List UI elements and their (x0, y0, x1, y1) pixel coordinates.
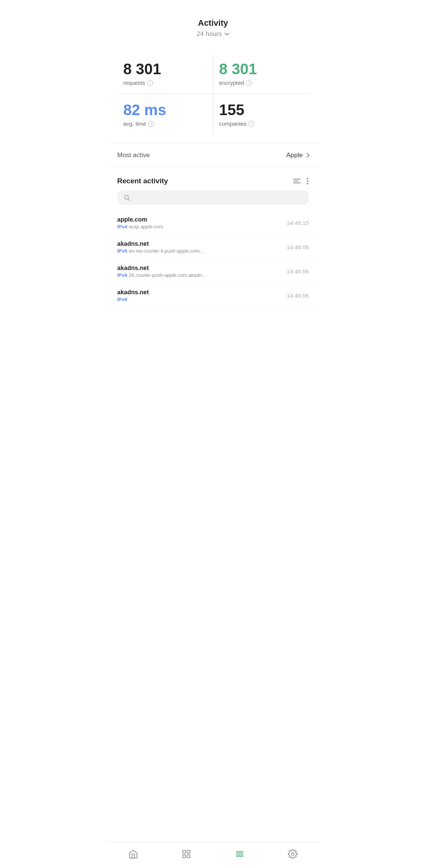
most-active-company: Apple (286, 151, 303, 159)
recent-activity-header: Recent activity (107, 167, 320, 190)
stat-companies: 155 companies i (213, 94, 309, 134)
stat-encrypted-value: 8 301 (219, 61, 303, 77)
activity-item-left: akadns.net IPv6 (117, 289, 282, 302)
encrypted-info-icon[interactable]: i (246, 80, 252, 86)
list-item[interactable]: apple.com IPv4 ocsp.apple.com 14:46:15 (107, 211, 320, 235)
stat-requests-label: requests (123, 80, 145, 86)
most-active-label: Most active (117, 151, 150, 159)
stat-avg-time-label: avg. time (123, 120, 147, 127)
svg-line-1 (128, 199, 130, 200)
search-container (107, 190, 320, 211)
activity-sub: IPv6 (117, 297, 246, 302)
companies-info-icon[interactable]: i (248, 121, 254, 127)
activity-sub: IPv4 ocsp.apple.com (117, 224, 246, 229)
search-box (117, 190, 309, 205)
list-item[interactable]: akadns.net IPv6 26.courier-push-apple.co… (107, 259, 320, 284)
activity-item-left: apple.com IPv4 ocsp.apple.com (117, 216, 282, 229)
avg-time-info-icon[interactable]: i (148, 121, 154, 127)
recent-activity-title: Recent activity (117, 177, 168, 185)
search-icon (123, 194, 130, 201)
activity-domain: akadns.net (117, 240, 282, 247)
activity-time: 14:46:15 (287, 220, 309, 226)
activity-time: 14:46:06 (287, 292, 309, 299)
chevron-down-icon (224, 31, 229, 37)
page-header: Activity 24 hours (107, 0, 320, 44)
activity-domain: akadns.net (117, 289, 282, 296)
more-options-icon[interactable] (306, 176, 309, 186)
page-title: Activity (107, 18, 320, 28)
most-active-row[interactable]: Most active Apple (107, 144, 320, 167)
stat-requests: 8 301 requests i (117, 53, 213, 94)
list-item[interactable]: akadns.net IPv6 14:46:06 (107, 284, 320, 308)
activity-item-left: akadns.net IPv6 eu-nw-courier-4.push-app… (117, 240, 282, 254)
stat-companies-value: 155 (219, 101, 303, 118)
ip-version-badge: IPv6 (117, 297, 128, 302)
header-icons (293, 176, 309, 186)
activity-sub: IPv6 eu-nw-courier-4.push-apple.com.... (117, 248, 246, 254)
stat-requests-value: 8 301 (123, 61, 207, 77)
most-active-value[interactable]: Apple (286, 151, 309, 159)
activity-time: 14:46:06 (287, 268, 309, 275)
list-item[interactable]: akadns.net IPv6 eu-nw-courier-4.push-app… (107, 235, 320, 259)
activity-time: 14:46:06 (287, 244, 309, 250)
stat-avg-time-value: 82 ms (123, 101, 207, 118)
activity-list: apple.com IPv4 ocsp.apple.com 14:46:15 a… (107, 211, 320, 308)
activity-sub: IPv6 26.courier-push-apple.com.akadn... (117, 272, 246, 278)
activity-subdomain: 26.courier-push-apple.com.akadn... (129, 272, 206, 278)
ip-version-badge: IPv6 (117, 272, 128, 278)
activity-item-left: akadns.net IPv6 26.courier-push-apple.co… (117, 265, 282, 278)
stat-companies-label: companies (219, 120, 247, 127)
ip-version-badge: IPv4 (117, 224, 128, 229)
filter-icon[interactable] (293, 179, 301, 183)
chevron-right-icon (304, 153, 309, 158)
requests-info-icon[interactable]: i (147, 80, 153, 86)
stat-encrypted-label: encrypted (219, 80, 244, 86)
activity-subdomain: eu-nw-courier-4.push-apple.com.... (129, 248, 205, 254)
time-filter-label: 24 hours (197, 30, 222, 38)
activity-domain: akadns.net (117, 265, 282, 272)
time-filter[interactable]: 24 hours (197, 30, 229, 38)
stats-grid: 8 301 requests i 8 301 encrypted i 82 ms… (117, 53, 309, 134)
stat-avg-time: 82 ms avg. time i (117, 94, 213, 134)
activity-subdomain: ocsp.apple.com (129, 224, 163, 229)
stat-encrypted: 8 301 encrypted i (213, 53, 309, 94)
activity-domain: apple.com (117, 216, 282, 223)
ip-version-badge: IPv6 (117, 248, 128, 254)
search-input[interactable] (134, 194, 303, 201)
